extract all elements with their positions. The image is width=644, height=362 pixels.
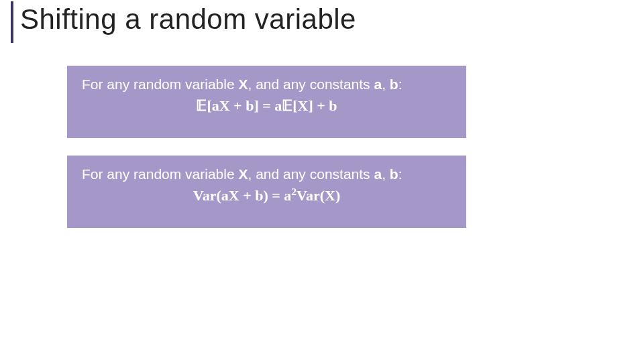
text: , <box>382 166 390 182</box>
bracket-close: ] <box>308 97 313 114</box>
paren-open: ( <box>320 187 325 204</box>
variable-X: X <box>238 166 248 182</box>
coeff-a: a <box>284 187 291 204</box>
paren-open: ( <box>216 187 221 204</box>
coeff-a: a <box>274 97 282 114</box>
text: : <box>398 76 402 92</box>
constant-b: b <box>390 166 398 182</box>
paren-close: ) <box>263 187 268 204</box>
constant-a: a <box>374 76 382 92</box>
slide-title: Shifting a random variable <box>20 3 356 36</box>
variance-lead: For any random variable X, and any const… <box>82 165 451 183</box>
text: : <box>398 166 402 182</box>
formula-inner: aX + b <box>221 187 264 204</box>
paren-close: ) <box>335 187 340 204</box>
bracket-open: [ <box>207 97 211 114</box>
variable-X: X <box>325 187 335 204</box>
text: , <box>382 76 390 92</box>
formula-inner: aX + b <box>212 97 254 114</box>
equals: = <box>268 187 284 204</box>
text: For any random variable <box>82 76 238 92</box>
expectation-symbol: 𝔼 <box>282 97 292 114</box>
bracket-close: ] <box>254 97 258 114</box>
expectation-lead: For any random variable X, and any const… <box>82 75 451 93</box>
var-symbol: Var <box>297 187 320 204</box>
equals: = <box>259 97 275 114</box>
constant-a: a <box>374 166 382 182</box>
slide: Shifting a random variable For any rando… <box>0 0 644 362</box>
text: For any random variable <box>82 166 238 182</box>
variance-box: For any random variable X, and any const… <box>67 156 466 228</box>
text: , and any constants <box>248 166 374 182</box>
exponent-2: 2 <box>291 186 297 197</box>
text: , and any constants <box>248 76 374 92</box>
bracket-open: [ <box>292 97 297 114</box>
expectation-symbol: 𝔼 <box>196 97 207 114</box>
title-accent-bar <box>11 1 13 43</box>
plus-b: + b <box>313 97 337 114</box>
variance-formula: Var(aX + b) = a2Var(X) <box>82 187 451 204</box>
variable-X: X <box>238 76 248 92</box>
constant-b: b <box>390 76 398 92</box>
expectation-formula: 𝔼[aX + b] = a𝔼[X] + b <box>82 97 451 115</box>
var-symbol: Var <box>193 187 217 204</box>
expectation-box: For any random variable X, and any const… <box>67 66 466 138</box>
variable-X: X <box>298 97 309 114</box>
